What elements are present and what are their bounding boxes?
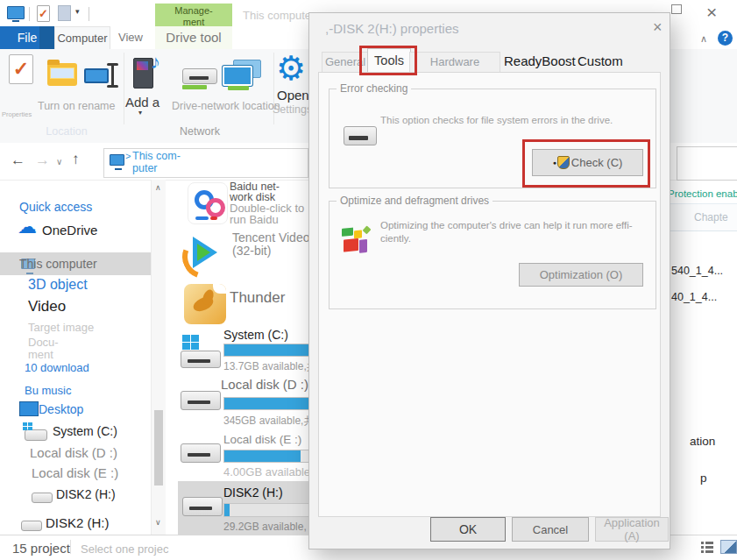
- sidebar-item-label: This computer: [19, 257, 97, 271]
- open-label[interactable]: Open: [277, 88, 309, 103]
- windows-logo-icon: [23, 422, 27, 426]
- drive-name: Local disk (D :): [221, 377, 308, 392]
- sidebar-item-bu-music[interactable]: Bu music: [25, 384, 71, 397]
- map-drive-icon[interactable]: [181, 67, 219, 93]
- details-view-icon[interactable]: [701, 541, 713, 554]
- rename-icon[interactable]: [84, 61, 119, 89]
- right-panel-row[interactable]: 40_1_4...: [671, 291, 717, 303]
- sidebar-item-3d-object[interactable]: 3D object: [28, 277, 88, 293]
- sidebar-item-label: Desktop: [39, 402, 83, 416]
- apply-label: Application (A): [601, 516, 663, 542]
- properties-quick-icon[interactable]: ✓: [37, 5, 50, 22]
- drive-info: 29.2GB available, 共: [223, 520, 320, 535]
- desktop-icon: [19, 401, 39, 416]
- drive-icon: [344, 126, 379, 149]
- scroll-up-icon[interactable]: ∧: [155, 183, 161, 192]
- sidebar-item-local-d[interactable]: Local disk (D :): [30, 445, 117, 460]
- scroll-down-icon[interactable]: ∨: [155, 518, 161, 527]
- right-panel-row[interactable]: 540_1_4...: [671, 265, 723, 277]
- dialog-tab-hardware-sharing[interactable]: Hardware sharing: [409, 52, 500, 73]
- windows-logo-icon: [28, 422, 32, 426]
- network-computers-icon[interactable]: [223, 60, 263, 91]
- window-maximize-icon[interactable]: [671, 4, 682, 14]
- settings-label: Settings: [273, 103, 312, 116]
- optimize-desc: Optimizing the computer's drive can help…: [380, 219, 652, 245]
- drive-info: 13.7GB available,共: [223, 359, 317, 374]
- sidebar-item-onedrive[interactable]: ☁ OneDrive: [18, 221, 149, 242]
- properties-icon[interactable]: ✓: [9, 54, 33, 84]
- history-dropdown-icon[interactable]: ∨: [56, 157, 62, 167]
- group-network-label: Network: [151, 125, 249, 138]
- highlight-box-check-button: [522, 139, 650, 188]
- settings-gear-icon[interactable]: ⚙: [276, 49, 306, 88]
- tab-drive-tool[interactable]: Drive tool: [155, 26, 232, 49]
- add-media-icon[interactable]: ♪: [131, 53, 170, 91]
- sidebar-item-document[interactable]: Docu-ment: [28, 337, 70, 361]
- music-note-icon: ♪: [151, 51, 160, 74]
- properties-dialog: ,-DISK 2(H:) properties × General Tools …: [308, 12, 670, 549]
- breadcrumb-computer-icon: [110, 154, 124, 166]
- error-checking-desc: This option checks for file system error…: [380, 114, 645, 127]
- thumbnail-view-icon[interactable]: [720, 540, 737, 554]
- ok-label: OK: [459, 522, 477, 536]
- sidebar-item-target-image[interactable]: Target image: [28, 321, 94, 334]
- sidebar-item-label: DISK2 (H:): [46, 515, 110, 530]
- cancel-button[interactable]: Cancel: [512, 517, 589, 542]
- app-name: Baidu net-work disk: [230, 181, 294, 202]
- sidebar-item-disk2-1[interactable]: DISK2 (H:): [32, 486, 154, 505]
- properties-label: Properties: [2, 110, 32, 118]
- sidebar-scrollbar[interactable]: ∧ ∨: [151, 180, 166, 535]
- rename-chip: [84, 68, 109, 83]
- sidebar-item-local-e[interactable]: Local disk (E :): [32, 465, 118, 480]
- scrollbar-thumb[interactable]: [154, 410, 163, 486]
- help-icon[interactable]: ?: [718, 31, 733, 46]
- thunder-icon: [184, 284, 226, 324]
- drive-network-label: Drive-network location: [172, 100, 280, 112]
- optimize-button[interactable]: Optimization (O): [519, 263, 643, 287]
- windows-logo-icon: [23, 427, 27, 430]
- divider: [89, 7, 89, 21]
- ok-button[interactable]: OK: [430, 517, 506, 542]
- tab-view[interactable]: View: [110, 26, 151, 49]
- dialog-tab-custom[interactable]: Custom: [578, 52, 623, 71]
- system-drive-icon: [181, 335, 223, 372]
- tab-file[interactable]: File: [0, 26, 54, 49]
- app-name: Thunder: [230, 289, 285, 307]
- ibeam-stem: [111, 64, 114, 87]
- sidebar-item-system-c[interactable]: System (C:): [23, 422, 154, 443]
- dialog-tab-readyboost[interactable]: ReadyBoost: [504, 52, 576, 71]
- dialog-close-icon[interactable]: ×: [653, 18, 663, 37]
- back-icon[interactable]: ←: [11, 152, 25, 169]
- sidebar-item-video[interactable]: Video: [28, 298, 66, 315]
- divider: [124, 53, 124, 124]
- right-panel-fragment: p: [700, 471, 707, 485]
- drive-slot: [189, 76, 209, 80]
- cancel-label: Cancel: [533, 523, 568, 536]
- app-desc: Double-click to run Baidu: [230, 202, 321, 225]
- add-a-label[interactable]: Add a: [125, 95, 159, 110]
- ribbon-collapse-icon[interactable]: ∧: [700, 33, 707, 45]
- optimize-group: Optimize and defragment drives Optimizin…: [329, 201, 656, 309]
- drive-name: Local disk (E :): [223, 433, 301, 446]
- monitor-front: [223, 66, 252, 86]
- sidebar-item-disk2-2[interactable]: DISK2 (H:): [21, 514, 144, 533]
- sidebar-item-10-download[interactable]: 10 download: [25, 361, 89, 374]
- blank-quick-icon[interactable]: [58, 5, 71, 21]
- up-icon[interactable]: ↑: [72, 151, 80, 168]
- baidu-icon: [188, 182, 228, 224]
- breadcrumb[interactable]: This com-puter: [132, 150, 194, 174]
- qat-caret-icon[interactable]: ▾: [75, 7, 80, 16]
- forward-icon[interactable]: →: [35, 152, 50, 169]
- sidebar-item-label: DISK2 (H:): [56, 487, 116, 501]
- computer-icon[interactable]: [7, 6, 25, 22]
- tab-computer[interactable]: Computer: [54, 26, 110, 50]
- drive-name: System (C:): [223, 328, 288, 342]
- sidebar-item-desktop[interactable]: Desktop: [19, 400, 142, 419]
- folder-icon[interactable]: [47, 63, 77, 86]
- sidebar-item-quick-access[interactable]: Quick access: [19, 200, 92, 214]
- drive-icon: [21, 521, 42, 531]
- sidebar-item-this-computer[interactable]: This computer: [0, 252, 151, 275]
- window-close-icon[interactable]: ×: [706, 2, 717, 23]
- list-item-drive-h[interactable]: DISK2 (H:) 29.2GB available, 共: [178, 481, 318, 535]
- address-bar[interactable]: > This com-puter: [103, 148, 308, 178]
